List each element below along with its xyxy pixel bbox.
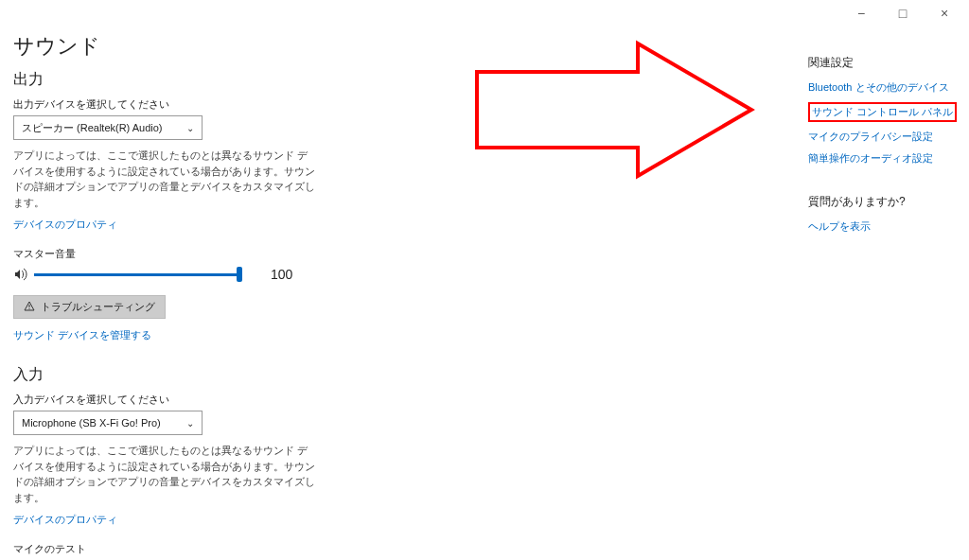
output-heading: 出力 — [13, 70, 335, 90]
output-device-label: 出力デバイスを選択してください — [13, 97, 335, 112]
chevron-down-icon: ⌄ — [186, 418, 194, 429]
annotation-highlight: サウンド コントロール パネル — [808, 102, 957, 122]
page-title: サウンド — [13, 32, 335, 61]
chevron-down-icon: ⌄ — [186, 123, 194, 133]
minimize-button[interactable]: − — [840, 0, 882, 26]
mic-privacy-link[interactable]: マイクのプライバシー設定 — [808, 130, 969, 144]
warning-icon — [24, 301, 35, 314]
bluetooth-devices-link[interactable]: Bluetooth とその他のデバイス — [808, 80, 969, 95]
show-help-link[interactable]: ヘルプを表示 — [808, 219, 969, 234]
sound-control-panel-link[interactable]: サウンド コントロール パネル — [812, 105, 953, 119]
output-manage-devices-link[interactable]: サウンド デバイスを管理する — [13, 328, 151, 342]
volume-value: 100 — [271, 267, 292, 282]
output-description: アプリによっては、ここで選択したものとは異なるサウンド デバイスを使用するように… — [13, 148, 316, 210]
input-device-properties-link[interactable]: デバイスのプロパティ — [13, 513, 117, 527]
input-description: アプリによっては、ここで選択したものとは異なるサウンド デバイスを使用するように… — [13, 443, 316, 505]
annotation-arrow-icon — [467, 34, 770, 204]
ease-of-access-audio-link[interactable]: 簡単操作のオーディオ設定 — [808, 151, 969, 166]
output-troubleshoot-label: トラブルシューティング — [41, 300, 155, 314]
input-device-selected: Microphone (SB X-Fi Go! Pro) — [22, 417, 161, 429]
master-volume-label: マスター音量 — [13, 247, 335, 261]
output-troubleshoot-button[interactable]: トラブルシューティング — [13, 295, 166, 319]
speaker-icon[interactable] — [13, 267, 28, 282]
help-heading: 質問がありますか? — [808, 194, 969, 210]
window-titlebar: − □ × — [0, 0, 969, 26]
related-settings-heading: 関連設定 — [808, 55, 969, 71]
mic-test-label: マイクのテスト — [13, 542, 335, 556]
maximize-button[interactable]: □ — [882, 0, 924, 26]
input-device-select[interactable]: Microphone (SB X-Fi Go! Pro) ⌄ — [13, 411, 203, 435]
input-device-label: 入力デバイスを選択してください — [13, 393, 335, 407]
output-device-selected: スピーカー (Realtek(R) Audio) — [22, 121, 163, 135]
output-device-select[interactable]: スピーカー (Realtek(R) Audio) ⌄ — [13, 115, 203, 140]
input-heading: 入力 — [13, 365, 335, 385]
close-button[interactable]: × — [924, 0, 965, 26]
svg-point-1 — [28, 307, 29, 308]
master-volume-slider[interactable] — [34, 265, 242, 284]
output-device-properties-link[interactable]: デバイスのプロパティ — [13, 218, 117, 232]
